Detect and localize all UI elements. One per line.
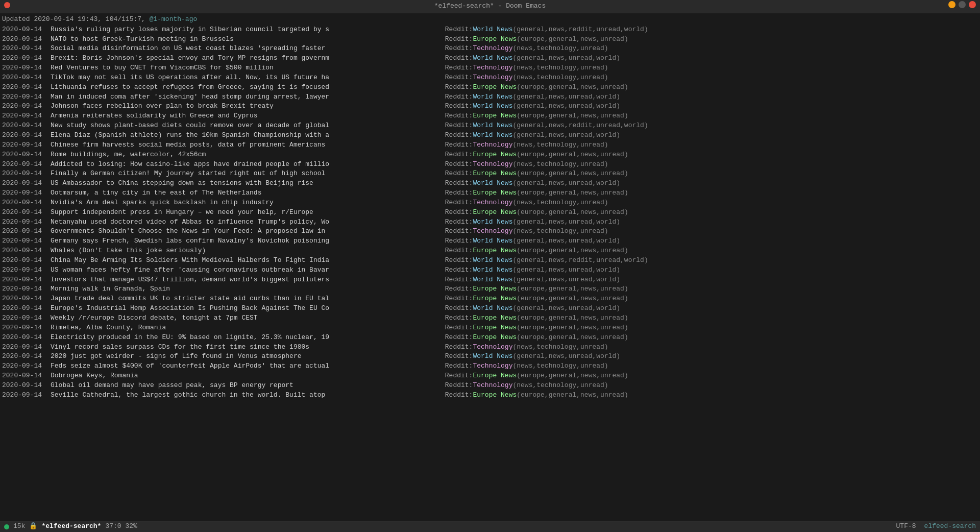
title-col: Germany says French, Swedish labs confir… — [51, 236, 441, 246]
source-feed: Europe News — [473, 188, 517, 198]
source-feed: World News — [473, 265, 512, 275]
table-row[interactable]: 2020-09-14 Russia's ruling party loses m… — [0, 25, 980, 35]
table-row[interactable]: 2020-09-14 Addicted to losing: How casin… — [0, 160, 980, 170]
date-col: 2020-09-14 — [2, 304, 51, 313]
table-row[interactable]: 2020-09-14 Japan trade deal commits UK t… — [0, 294, 980, 304]
source-feed: World News — [473, 256, 512, 265]
source-label: Reddit: — [441, 73, 473, 83]
source-feed: Europe News — [473, 323, 517, 333]
source-label: Reddit: — [441, 150, 473, 160]
table-row[interactable]: 2020-09-14 Chinese firm harvests social … — [0, 140, 980, 150]
table-row[interactable]: 2020-09-14 Red Ventures to buy CNET from… — [0, 63, 980, 73]
table-row[interactable]: 2020-09-14 Social media disinformation o… — [0, 44, 980, 54]
table-row[interactable]: 2020-09-14 Rimetea, Alba County, Romania… — [0, 323, 980, 333]
source-label: Reddit: — [441, 284, 473, 294]
status-right: UTF-8 elfeed-search — [896, 522, 976, 531]
table-row[interactable]: 2020-09-14 2020 just got weirder - signs… — [0, 352, 980, 361]
table-row[interactable]: 2020-09-14 US woman faces hefty fine aft… — [0, 265, 980, 275]
table-row[interactable]: 2020-09-14 Netanyahu used doctored video… — [0, 217, 980, 227]
tags-col: (europe,general,news,unread) — [517, 169, 628, 179]
title-col: Whales (Don't take this joke seriously) — [51, 246, 441, 256]
title-col: Investors that manage US$47 trillion, de… — [51, 275, 441, 285]
tags-col: (general,news,unread,world) — [512, 102, 620, 111]
source-label: Reddit: — [441, 131, 473, 140]
tags-col: (europe,general,news,unread) — [517, 150, 628, 160]
minimize-button[interactable] — [948, 1, 955, 8]
title-col: Global oil demand may have passed peak, … — [51, 381, 441, 391]
source-feed: World News — [473, 102, 512, 111]
table-row[interactable]: 2020-09-14 Lithuania refuses to accept r… — [0, 83, 980, 92]
table-row[interactable]: 2020-09-14 Man in induced coma after 'si… — [0, 92, 980, 102]
table-row[interactable]: 2020-09-14 Investors that manage US$47 t… — [0, 275, 980, 285]
date-col: 2020-09-14 — [2, 102, 51, 111]
title-col: US Ambassador to China stepping down as … — [51, 179, 441, 188]
table-row[interactable]: 2020-09-14 US Ambassador to China steppi… — [0, 179, 980, 188]
table-row[interactable]: 2020-09-14 China May Be Arming Its Soldi… — [0, 256, 980, 265]
table-row[interactable]: 2020-09-14 Brexit: Boris Johnson's speci… — [0, 54, 980, 63]
status-buffer: *elfeed-search* — [41, 522, 101, 531]
source-label: Reddit: — [441, 236, 473, 246]
table-row[interactable]: 2020-09-14 Ootmarsum, a tiny city in the… — [0, 188, 980, 198]
tags-col: (news,technology,unread) — [512, 381, 608, 391]
date-col: 2020-09-14 — [2, 208, 51, 217]
table-row[interactable]: 2020-09-14 Rome buildings, me, watercolo… — [0, 150, 980, 160]
source-label: Reddit: — [441, 313, 473, 323]
tags-col: (news,technology,unread) — [512, 160, 608, 170]
source-label: Reddit: — [441, 25, 473, 35]
title-col: Electricity produced in the EU: 9% based… — [51, 333, 441, 343]
table-row[interactable]: 2020-09-14 Germany says French, Swedish … — [0, 236, 980, 246]
title-col: Governments Shouldn't Choose the News in… — [51, 227, 441, 236]
source-label: Reddit: — [441, 294, 473, 304]
table-row[interactable]: 2020-09-14 Dobrogea Keys, Romania Reddit… — [0, 371, 980, 381]
title-col: NATO to host Greek-Turkish meeting in Br… — [51, 35, 441, 44]
tags-col: (europe,general,news,unread) — [517, 333, 628, 343]
table-row[interactable]: 2020-09-14 Seville Cathedral, the larges… — [0, 391, 980, 400]
table-row[interactable]: 2020-09-14 Armenia reiterates solidarity… — [0, 111, 980, 121]
status-count: 15k — [13, 522, 25, 531]
date-col: 2020-09-14 — [2, 131, 51, 140]
source-label: Reddit: — [441, 188, 473, 198]
table-row[interactable]: 2020-09-14 Whales (Don't take this joke … — [0, 246, 980, 256]
date-col: 2020-09-14 — [2, 63, 51, 73]
date-col: 2020-09-14 — [2, 188, 51, 198]
table-row[interactable]: 2020-09-14 Governments Shouldn't Choose … — [0, 227, 980, 236]
source-feed: Europe News — [473, 371, 517, 381]
table-row[interactable]: 2020-09-14 Electricity produced in the E… — [0, 333, 980, 343]
source-label: Reddit: — [441, 121, 473, 131]
table-row[interactable]: 2020-09-14 Johnson faces rebellion over … — [0, 102, 980, 111]
table-row[interactable]: 2020-09-14 Morning walk in Granada, Spai… — [0, 284, 980, 294]
date-col: 2020-09-14 — [2, 111, 51, 121]
source-feed: Technology — [473, 343, 512, 352]
table-row[interactable]: 2020-09-14 Weekly /r/europe Discord deba… — [0, 313, 980, 323]
table-row[interactable]: 2020-09-14 TikTok may not sell its US op… — [0, 73, 980, 83]
source-label: Reddit: — [441, 352, 473, 361]
source-feed: World News — [473, 217, 512, 227]
table-row[interactable]: 2020-09-14 Support independent press in … — [0, 208, 980, 217]
table-row[interactable]: 2020-09-14 Vinyl record sales surpass CD… — [0, 343, 980, 352]
table-row[interactable]: 2020-09-14 Finally a German citizen! My … — [0, 169, 980, 179]
table-row[interactable]: 2020-09-14 Nvidia's Arm deal sparks quic… — [0, 198, 980, 208]
source-label: Reddit: — [441, 265, 473, 275]
source-label: Reddit: — [441, 333, 473, 343]
title-col: Russia's ruling party loses majority in … — [51, 25, 441, 35]
date-col: 2020-09-14 — [2, 256, 51, 265]
updated-text: Updated 2020-09-14 19:43, 104/115:7, — [2, 15, 150, 23]
table-row[interactable]: 2020-09-14 Europe's Industrial Hemp Asso… — [0, 304, 980, 313]
table-row[interactable]: 2020-09-14 Global oil demand may have pa… — [0, 381, 980, 391]
table-row[interactable]: 2020-09-14 NATO to host Greek-Turkish me… — [0, 35, 980, 44]
source-label: Reddit: — [441, 111, 473, 121]
table-row[interactable]: 2020-09-14 Elena Diaz (Spanish athlete) … — [0, 131, 980, 140]
source-feed: Europe News — [473, 246, 517, 256]
close-button[interactable] — [969, 1, 976, 8]
source-feed: Europe News — [473, 284, 517, 294]
title-col: New study shows plant-based diets could … — [51, 121, 441, 131]
maximize-button[interactable] — [959, 1, 966, 8]
source-label: Reddit: — [441, 256, 473, 265]
source-feed: Europe News — [473, 333, 517, 343]
source-label: Reddit: — [441, 208, 473, 217]
source-label: Reddit: — [441, 217, 473, 227]
table-row[interactable]: 2020-09-14 New study shows plant-based d… — [0, 121, 980, 131]
date-col: 2020-09-14 — [2, 343, 51, 352]
table-row[interactable]: 2020-09-14 Feds seize almost $400K of 'c… — [0, 361, 980, 371]
tags-col: (europe,general,news,unread) — [517, 246, 628, 256]
